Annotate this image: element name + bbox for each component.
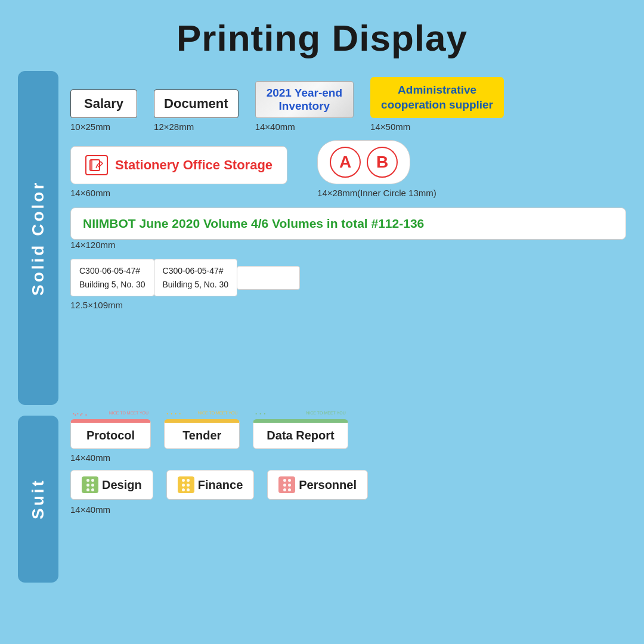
row3-label: NIIMBOT June 2020 Volume 4/6 Volumes in … [70,208,626,250]
suit-section: Suit • • • NICE TO MEET YOU Protocol • •… [0,416,644,583]
ab-size: 14×28mm(Inner Circle 13mm) [317,188,436,198]
svg-line-2 [96,165,97,168]
personnel-icon [278,476,295,493]
suit-content: • • • NICE TO MEET YOU Protocol • • • • … [70,416,626,583]
ab-item: A B 14×28mm(Inner Circle 13mm) [317,140,436,198]
niimbot-stamp: NIIMBOT June 2020 Volume 4/6 Volumes in … [70,208,626,240]
protocol-stamp: Protocol [70,419,151,449]
tender-stamp: Tender [164,419,240,449]
salary-size: 10×25mm [70,122,110,132]
salary-item: Salary 10×25mm [70,89,137,132]
c300-label-1: C300-06-05-47# Building 5, No. 30 [70,259,154,296]
stationery-item: Stationery Office Storage 14×60mm [70,146,287,198]
protocol-item: • • • NICE TO MEET YOU Protocol [70,419,151,449]
personnel-item: Personnel [267,470,368,500]
yearend-stamp: 2021 Year-end Inventory [255,81,354,118]
design-item: Design [70,470,153,500]
admin-item: Administrative cooperation supplier 14×5… [370,77,504,132]
circle-a: A [330,147,361,178]
row4-labels: C300-06-05-47# Building 5, No. 30 C300-0… [70,259,626,296]
stationery-icon [85,155,108,175]
design-icon [82,476,98,493]
stationery-size: 14×60mm [70,188,110,198]
c300-label-2: C300-06-05-47# Building 5, No. 30 [154,259,238,296]
data-report-stamp: Data Report [253,419,348,449]
yearend-size: 14×40mm [255,122,295,132]
niimbot-size: 14×120mm [70,240,115,250]
c300-label-blank [237,266,300,290]
finance-icon [178,476,194,493]
row1-labels: Salary 10×25mm Document 12×28mm 2021 Yea… [70,77,626,132]
suit-row2: Design Finance Personnel [70,470,626,500]
document-size: 12×28mm [154,122,194,132]
suit-sidebar: Suit [18,416,58,583]
salary-stamp: Salary [70,89,137,118]
tender-item: • • • • NICE TO MEET YOU Tender [164,419,240,449]
solid-color-sidebar: Solid Color [18,71,58,405]
document-stamp: Document [154,89,239,118]
row2-labels: Stationery Office Storage 14×60mm A B 14… [70,140,626,198]
ab-stamp: A B [317,140,410,184]
stationery-stamp: Stationery Office Storage [70,146,287,184]
c300-size: 12.5×109mm [70,300,626,310]
solid-color-section: Solid Color Salary 10×25mm Document 12×2… [0,71,644,405]
admin-stamp: Administrative cooperation supplier [370,77,504,118]
suit-row1-size: 14×40mm [70,453,626,463]
document-item: Document 12×28mm [154,89,239,132]
circle-b: B [367,147,398,178]
data-report-item: • • • NICE TO MEET YOU Data Report [253,419,348,449]
suit-row2-size: 14×40mm [70,504,626,515]
finance-item: Finance [166,470,255,500]
admin-size: 14×50mm [370,122,410,132]
yearend-item: 2021 Year-end Inventory 14×40mm [255,81,354,132]
solid-color-content: Salary 10×25mm Document 12×28mm 2021 Yea… [70,71,626,405]
suit-row1: • • • NICE TO MEET YOU Protocol • • • • … [70,419,626,449]
page-title: Printing Display [0,0,644,71]
